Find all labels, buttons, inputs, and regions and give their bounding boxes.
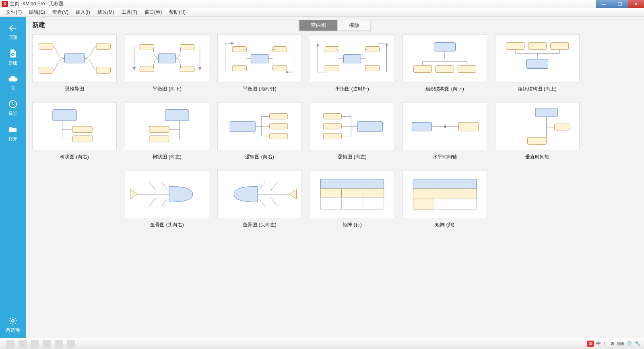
maximize-button[interactable]: ❐ xyxy=(612,0,628,8)
template-label: 逻辑图 (向右) xyxy=(217,154,302,160)
template-matrix-col[interactable]: 矩阵 (列) xyxy=(402,170,487,228)
svg-rect-36 xyxy=(149,136,169,142)
template-balance-down[interactable]: 平衡图 (向下) xyxy=(125,34,209,92)
tray-moon-icon[interactable]: ☾ xyxy=(603,341,608,347)
svg-rect-31 xyxy=(53,110,76,121)
window-controls: — ❐ ✕ xyxy=(596,0,644,8)
taskbar-app-icon[interactable] xyxy=(19,340,27,348)
svg-rect-26 xyxy=(458,66,476,73)
menu-help[interactable]: 帮助(H) xyxy=(165,9,189,16)
template-label: 水平时间轴 xyxy=(402,154,487,160)
svg-rect-34 xyxy=(165,110,189,121)
svg-rect-55 xyxy=(320,197,341,209)
menu-view[interactable]: 查看(V) xyxy=(49,9,72,16)
template-timeline-v[interactable]: 垂直时间轴 xyxy=(495,102,580,160)
tray-net-icon[interactable]: ⚙ xyxy=(610,341,615,347)
template-fishbone-right[interactable]: 鱼骨图 (头向右) xyxy=(125,170,209,228)
template-label: 平衡图 (顺时针) xyxy=(217,86,302,92)
template-mindmap[interactable]: 思维导图 xyxy=(32,34,117,92)
template-balance-cw[interactable]: 平衡图 (顺时针) xyxy=(217,34,302,92)
sidebar-cloud[interactable]: 云 xyxy=(0,71,26,96)
svg-rect-51 xyxy=(320,179,384,189)
cloud-icon xyxy=(0,73,26,84)
template-org-down[interactable]: 组织结构图 (向下) xyxy=(402,34,487,92)
svg-rect-23 xyxy=(434,43,455,51)
svg-rect-8 xyxy=(158,53,175,63)
taskbar-app-icon[interactable] xyxy=(31,340,39,348)
thumb xyxy=(217,34,302,82)
main-header: 新建 空白图 模版 xyxy=(32,21,638,29)
sidebar-prefs[interactable]: 首选项 xyxy=(0,316,26,334)
sidebar-prefs-label: 首选项 xyxy=(0,327,26,334)
ime-icon[interactable]: S xyxy=(587,341,594,347)
taskbar-app-icon[interactable] xyxy=(6,340,14,348)
template-tree-left[interactable]: 树状图 (向左) xyxy=(125,102,209,160)
template-tree-right[interactable]: 树状图 (向右) xyxy=(32,102,117,160)
taskbar-app-icon[interactable] xyxy=(67,340,75,348)
menu-window[interactable]: 窗口(W) xyxy=(141,9,165,16)
menu-tools[interactable]: 工具(T) xyxy=(118,9,141,16)
back-arrow-icon xyxy=(0,23,26,34)
svg-rect-41 xyxy=(357,121,383,132)
thumb xyxy=(402,34,487,82)
tray-keyboard-icon[interactable]: ⌨ xyxy=(617,341,624,347)
tab-template[interactable]: 模版 xyxy=(338,20,371,31)
tray-wrench-icon[interactable]: 🔧 xyxy=(635,341,641,347)
taskbar-app-icon[interactable] xyxy=(55,340,63,348)
svg-rect-50 xyxy=(527,138,546,145)
tab-blank[interactable]: 空白图 xyxy=(299,20,338,31)
app-icon: X xyxy=(2,1,8,7)
sidebar-new[interactable]: 新建 xyxy=(0,45,26,71)
svg-rect-10 xyxy=(140,66,154,72)
thumb xyxy=(310,170,394,218)
template-fishbone-left[interactable]: 鱼骨图 (头向左) xyxy=(217,170,302,228)
sidebar-recent[interactable]: 最近 xyxy=(0,96,26,121)
menu-edit[interactable]: 编辑(E) xyxy=(25,9,49,16)
template-label: 逻辑图 (向左) xyxy=(310,154,394,160)
thumb xyxy=(310,102,394,150)
template-org-up[interactable]: 组织结构图 (向上) xyxy=(495,34,580,92)
template-logic-left[interactable]: 逻辑图 (向左) xyxy=(310,102,394,160)
folder-icon xyxy=(0,124,26,135)
close-button[interactable]: ✕ xyxy=(628,0,644,8)
template-matrix-row[interactable]: 矩阵 (行) xyxy=(310,170,394,228)
template-label: 平衡图 (逆时针) xyxy=(310,86,394,92)
svg-rect-13 xyxy=(251,54,268,63)
tray-shirt-icon[interactable]: 👕 xyxy=(626,341,632,347)
sidebar-back[interactable]: 回退 xyxy=(0,20,26,45)
thumb xyxy=(125,170,209,218)
svg-rect-18 xyxy=(343,54,361,63)
svg-rect-39 xyxy=(270,123,288,129)
svg-rect-27 xyxy=(526,59,548,69)
svg-rect-28 xyxy=(506,43,524,50)
template-label: 思维导图 xyxy=(32,86,117,92)
template-grid: 思维导图 平衡图 (向下) 平衡图 (顺时针) 平衡图 (逆时针) xyxy=(32,34,638,228)
svg-rect-6 xyxy=(96,43,110,50)
svg-rect-46 xyxy=(458,122,478,131)
svg-rect-44 xyxy=(323,133,341,139)
sidebar-back-label: 回退 xyxy=(0,35,26,41)
svg-rect-3 xyxy=(64,53,84,63)
titlebar: X 主页 -XMind Pro - 无标题 — ❐ ✕ xyxy=(0,0,644,8)
svg-rect-52 xyxy=(320,189,341,197)
template-timeline-h[interactable]: 水平时间轴 xyxy=(402,102,487,160)
template-balance-ccw[interactable]: 平衡图 (逆时针) xyxy=(310,34,394,92)
sidebar-cloud-label: 云 xyxy=(0,85,26,91)
menu-insert[interactable]: 插入(I) xyxy=(72,9,93,16)
thumb xyxy=(310,34,394,82)
svg-rect-56 xyxy=(341,197,363,209)
template-label: 平衡图 (向下) xyxy=(125,86,209,92)
thumb xyxy=(402,170,487,218)
menu-modify[interactable]: 修改(M) xyxy=(94,9,118,16)
ime-text[interactable]: 中 xyxy=(596,340,601,347)
svg-rect-42 xyxy=(323,114,341,119)
menu-file[interactable]: 文件(F) xyxy=(2,9,25,16)
thumb xyxy=(32,34,117,82)
main-panel: 新建 空白图 模版 思维导图 平衡图 (向下) xyxy=(26,17,644,338)
taskbar-app-icon[interactable] xyxy=(43,340,51,348)
sidebar-open[interactable]: 打开 xyxy=(0,121,26,147)
svg-rect-33 xyxy=(72,136,92,142)
minimize-button[interactable]: — xyxy=(596,0,612,8)
taskbar: S 中 ☾ ⚙ ⌨ 👕 🔧 xyxy=(0,338,644,349)
template-logic-right[interactable]: 逻辑图 (向右) xyxy=(217,102,302,160)
